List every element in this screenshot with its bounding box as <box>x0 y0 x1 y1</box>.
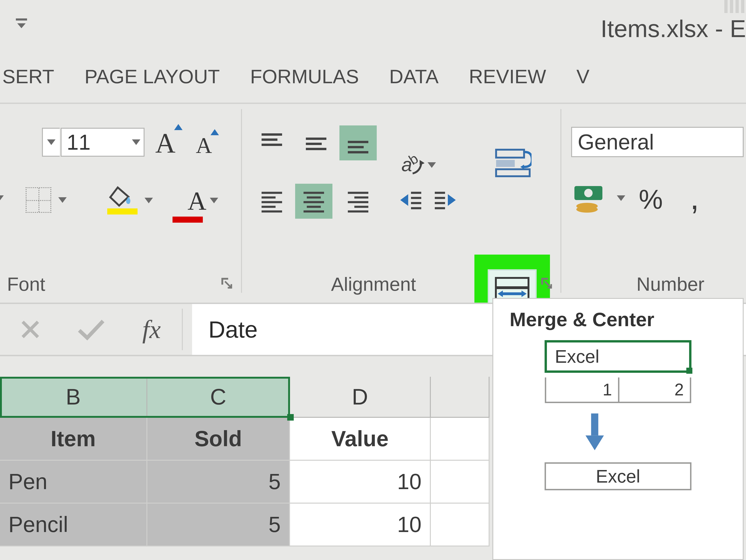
decrease-indent-icon <box>390 187 422 213</box>
align-middle-button[interactable] <box>297 125 335 160</box>
increase-indent-button[interactable] <box>430 184 470 216</box>
cell[interactable]: 5 <box>147 504 290 547</box>
align-bottom-icon <box>346 131 370 155</box>
cell-sold-header[interactable]: Sold <box>147 418 290 461</box>
column-headers: B C D <box>0 377 490 418</box>
cell[interactable]: Pen <box>0 461 147 504</box>
chevron-down-icon <box>47 139 56 145</box>
align-right-button[interactable] <box>339 184 377 219</box>
cell-blank[interactable] <box>431 504 490 547</box>
svg-rect-56 <box>591 413 598 435</box>
table-row: Pencil 5 10 <box>0 504 490 547</box>
fill-color-swatch <box>107 208 138 215</box>
svg-rect-15 <box>496 150 524 158</box>
chevron-down-icon <box>145 198 153 203</box>
ribbon-tabs: SERT PAGE LAYOUT FORMULAS DATA REVIEW V <box>0 63 592 90</box>
align-center-icon <box>302 190 325 213</box>
chevron-down-icon <box>210 198 218 203</box>
column-header-e[interactable] <box>431 377 490 418</box>
selection-handle[interactable] <box>287 414 294 421</box>
group-divider <box>241 109 242 293</box>
wrap-text-button[interactable] <box>494 148 536 180</box>
insert-function-button[interactable]: fx <box>121 304 182 355</box>
increase-font-size-button[interactable]: A <box>155 127 176 160</box>
alignment-dialog-launcher[interactable] <box>540 276 553 289</box>
align-left-button[interactable] <box>253 184 290 219</box>
x-icon <box>19 318 41 341</box>
table-row: Pen 5 10 <box>0 461 490 504</box>
orientation-button[interactable]: a b <box>396 149 445 181</box>
formula-cancel-button[interactable] <box>0 304 61 355</box>
svg-marker-34 <box>400 194 408 206</box>
tab-insert[interactable]: SERT <box>0 63 57 90</box>
svg-marker-2 <box>110 188 128 206</box>
tooltip-title: Merge & Center <box>510 308 726 331</box>
wrap-text-icon <box>494 148 532 178</box>
svg-marker-39 <box>448 194 456 206</box>
font-size-value: 11 <box>67 130 90 155</box>
align-left-icon <box>260 190 284 213</box>
tab-view[interactable]: V <box>574 63 592 90</box>
svg-rect-16 <box>496 160 515 167</box>
align-top-button[interactable] <box>253 125 290 160</box>
percent-style-button[interactable]: % <box>639 184 663 215</box>
column-header-d[interactable]: D <box>290 377 431 418</box>
tooltip-sample-text: Excel <box>555 346 599 367</box>
cell[interactable]: Pencil <box>0 504 147 547</box>
font-dropdown-caret[interactable] <box>0 195 4 202</box>
tab-review[interactable]: REVIEW <box>466 63 548 90</box>
accounting-format-button[interactable] <box>573 184 612 215</box>
svg-marker-49 <box>521 290 527 297</box>
chevron-down-icon <box>617 195 625 201</box>
font-dialog-launcher[interactable] <box>220 276 233 289</box>
tab-data[interactable]: DATA <box>387 63 441 90</box>
decrease-indent-button[interactable] <box>386 184 426 216</box>
align-top-icon <box>260 131 284 155</box>
table-row: Item Sold Value <box>0 418 490 461</box>
cell[interactable]: 10 <box>290 504 431 547</box>
cell-blank[interactable] <box>431 418 490 461</box>
borders-icon <box>26 187 51 213</box>
font-group-label: Font <box>7 273 45 295</box>
align-center-button[interactable] <box>295 184 333 219</box>
check-icon <box>77 318 105 341</box>
decrease-font-size-button[interactable]: A <box>196 133 212 158</box>
column-header-c[interactable]: C <box>147 377 290 418</box>
worksheet-grid[interactable]: B C D Item Sold Value Pen 5 10 Pencil 5 … <box>0 377 490 547</box>
number-format-dropdown[interactable]: General <box>571 127 744 157</box>
svg-marker-57 <box>585 436 604 450</box>
svg-point-53 <box>576 206 598 213</box>
align-middle-icon <box>305 131 328 155</box>
chevron-down-icon <box>428 162 436 168</box>
tooltip-cell-1: 1 <box>545 377 618 403</box>
alignment-group-label: Alignment <box>331 273 416 295</box>
tooltip-diagram: Excel 1 2 Excel <box>543 340 693 490</box>
group-divider <box>561 109 562 293</box>
tab-formulas[interactable]: FORMULAS <box>248 63 361 90</box>
fill-color-button[interactable] <box>107 186 156 214</box>
title-bar: Items.xlsx - E <box>0 0 746 54</box>
column-header-b[interactable]: B <box>0 377 147 418</box>
number-format-value: General <box>578 130 654 155</box>
font-color-button[interactable]: A <box>173 186 222 214</box>
svg-marker-48 <box>498 290 503 297</box>
merge-center-tooltip: Merge & Center Excel 1 2 Excel <box>492 298 744 560</box>
font-size-input[interactable]: 11 <box>61 128 145 157</box>
formula-enter-button[interactable] <box>61 304 121 355</box>
cell-item-header[interactable]: Item <box>0 418 147 461</box>
number-group-label: Number <box>636 273 705 295</box>
cell-blank[interactable] <box>431 461 490 504</box>
orientation-icon: a b <box>396 151 424 179</box>
borders-button[interactable] <box>26 186 70 214</box>
cell[interactable]: 10 <box>290 461 431 504</box>
cell-value-header[interactable]: Value <box>290 418 431 461</box>
tab-page-layout[interactable]: PAGE LAYOUT <box>82 63 222 90</box>
qat-customize-button[interactable] <box>15 19 28 28</box>
cell[interactable]: 5 <box>147 461 290 504</box>
font-name-dropdown[interactable] <box>42 128 60 157</box>
comma-style-button[interactable]: , <box>690 179 699 217</box>
window-title: Items.xlsx - E <box>601 15 746 43</box>
currency-icon <box>573 184 612 214</box>
formula-bar-divider <box>182 309 183 350</box>
align-bottom-button[interactable] <box>339 125 377 160</box>
